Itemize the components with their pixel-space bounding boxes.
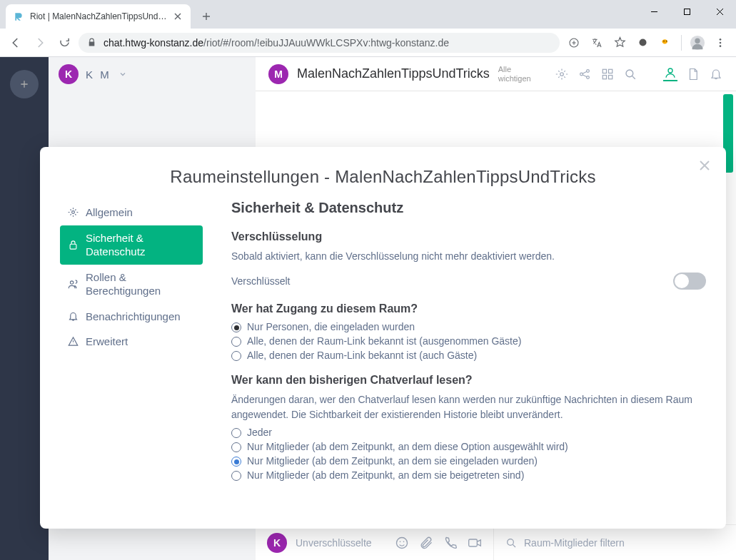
nav-label: Rollen & Berechtigungen — [86, 270, 196, 298]
bell-icon — [67, 311, 79, 322]
browser-menu-icon[interactable] — [710, 33, 730, 53]
room-name: MalenNachZahlenTippsUndTricks — [297, 66, 490, 81]
video-call-icon[interactable] — [468, 536, 482, 550]
svg-point-25 — [71, 211, 74, 214]
members-filter-placeholder: Raum-Mitglieder filtern — [524, 537, 625, 549]
attachment-icon[interactable] — [419, 536, 433, 550]
add-community-button[interactable] — [10, 70, 39, 98]
access-option-invite-only[interactable]: Nur Personen, die eingeladen wurden — [231, 321, 706, 332]
history-option-members-since-joined[interactable]: Nur Mitglieder (ab dem Zeitpunkt, an dem… — [231, 469, 706, 481]
bookmark-star-icon[interactable] — [610, 33, 630, 53]
notifications-panel-icon[interactable] — [709, 67, 723, 81]
voice-call-icon[interactable] — [443, 536, 458, 550]
radio-label: Nur Mitglieder (ab dem Zeitpunkt, an dem… — [247, 441, 568, 452]
room-header: M MalenNachZahlenTippsUndTricks Alle wic… — [256, 57, 736, 91]
zoom-icon[interactable] — [564, 33, 584, 53]
room-settings-icon[interactable] — [555, 67, 569, 81]
access-heading: Wer hat Zugang zu diesem Raum? — [231, 302, 706, 315]
svg-point-4 — [665, 41, 667, 42]
toolbar-separator — [681, 35, 682, 51]
radio-icon — [231, 457, 241, 467]
svg-rect-14 — [603, 69, 606, 73]
user-menu[interactable]: K K M — [49, 57, 256, 91]
radio-label: Jeder — [247, 427, 272, 438]
svg-point-18 — [626, 70, 633, 77]
emoji-icon[interactable] — [395, 536, 409, 550]
search-icon — [505, 537, 517, 549]
room-settings-modal: Raumeinstellungen - MalenNachZahlenTipps… — [40, 147, 726, 529]
radio-icon — [231, 351, 241, 361]
nav-item-advanced[interactable]: Erweitert — [60, 329, 203, 355]
window-maximize-button[interactable] — [670, 0, 703, 23]
window-minimize-button[interactable] — [637, 0, 670, 23]
window-close-button[interactable] — [703, 0, 736, 23]
nav-item-security[interactable]: Sicherheit & Datenschutz — [60, 225, 203, 265]
room-avatar: M — [268, 64, 288, 84]
share-icon[interactable] — [578, 67, 592, 81]
nav-item-general[interactable]: Allgemein — [60, 200, 203, 225]
nav-label: Erweitert — [86, 335, 128, 349]
encryption-toggle[interactable] — [673, 273, 706, 290]
extension-2-icon[interactable] — [655, 33, 675, 53]
chevron-down-icon — [119, 70, 127, 78]
radio-icon — [231, 442, 241, 452]
members-panel-icon[interactable] — [663, 67, 677, 81]
nav-item-roles[interactable]: Rollen & Berechtigungen — [60, 265, 203, 304]
history-option-members-since-selected[interactable]: Nur Mitglieder (ab dem Zeitpunkt, an dem… — [231, 441, 706, 452]
reload-button[interactable] — [54, 33, 74, 53]
lock-icon — [87, 38, 96, 47]
svg-rect-0 — [684, 9, 690, 14]
history-option-anyone[interactable]: Jeder — [231, 427, 706, 438]
svg-point-19 — [668, 68, 672, 73]
new-tab-button[interactable] — [196, 6, 216, 26]
history-option-members-since-invited[interactable]: Nur Mitglieder (ab dem Zeitpunkt, an dem… — [231, 455, 706, 467]
tab-title: Riot | MalenNachZahlenTippsUnd… — [30, 11, 166, 21]
radio-label: Alle, denen der Raum-Link bekannt ist (a… — [247, 335, 521, 347]
members-filter[interactable]: Raum-Mitglieder filtern — [493, 524, 736, 560]
radio-label: Nur Mitglieder (ab dem Zeitpunkt, an dem… — [247, 469, 524, 481]
svg-point-7 — [720, 39, 722, 41]
nav-label: Sicherheit & Datenschutz — [86, 231, 196, 259]
access-option-link-no-guests[interactable]: Alle, denen der Raum-Link bekannt ist (a… — [231, 335, 706, 347]
svg-point-22 — [403, 541, 405, 542]
address-bar[interactable]: chat.htwg-konstanz.de/riot/#/room/!eibuJ… — [79, 33, 560, 53]
radio-label: Nur Mitglieder (ab dem Zeitpunkt, an dem… — [247, 455, 538, 467]
modal-close-button[interactable] — [696, 157, 713, 174]
forward-button[interactable] — [30, 33, 50, 53]
svg-point-20 — [397, 537, 408, 548]
modal-title: Raumeinstellungen - MalenNachZahlenTipps… — [40, 147, 726, 200]
svg-rect-23 — [469, 539, 478, 546]
radio-icon — [231, 322, 241, 332]
apps-icon[interactable] — [600, 67, 615, 81]
settings-nav: Allgemein Sicherheit & Datenschutz Rolle… — [60, 200, 203, 514]
search-icon[interactable] — [623, 67, 637, 81]
svg-point-24 — [508, 539, 514, 545]
user-avatar: K — [59, 64, 79, 84]
encryption-heading: Verschlüsselung — [231, 230, 706, 243]
files-panel-icon[interactable] — [686, 67, 700, 81]
back-button[interactable] — [6, 33, 26, 53]
browser-tab[interactable]: Riot | MalenNachZahlenTippsUnd… — [6, 4, 191, 29]
extension-1-icon[interactable] — [632, 33, 652, 53]
profile-avatar-icon[interactable] — [687, 33, 707, 53]
svg-point-2 — [639, 39, 646, 46]
svg-point-8 — [720, 41, 722, 44]
people-icon — [67, 279, 79, 290]
svg-rect-17 — [609, 75, 613, 78]
access-option-link-guests[interactable]: Alle, denen der Raum-Link bekannt ist (a… — [231, 350, 706, 361]
composer-placeholder: Unverschlüsselte — [296, 537, 372, 549]
nav-label: Benachrichtigungen — [86, 310, 181, 324]
user-name: K M — [86, 68, 111, 81]
svg-point-9 — [720, 45, 722, 47]
room-topic: Alle wichtigen — [498, 65, 531, 82]
svg-point-6 — [695, 38, 700, 43]
gear-icon — [67, 207, 79, 218]
svg-point-21 — [400, 541, 401, 542]
nav-item-notifications[interactable]: Benachrichtigungen — [60, 304, 203, 330]
encryption-toggle-label: Verschlüsselt — [231, 275, 290, 287]
history-heading: Wer kann den bisherigen Chatverlauf lese… — [231, 374, 706, 387]
svg-rect-26 — [70, 244, 76, 249]
translate-icon[interactable] — [587, 33, 607, 53]
message-composer[interactable]: K Unverschlüsselte — [256, 524, 493, 560]
tab-close-icon[interactable] — [172, 11, 183, 22]
